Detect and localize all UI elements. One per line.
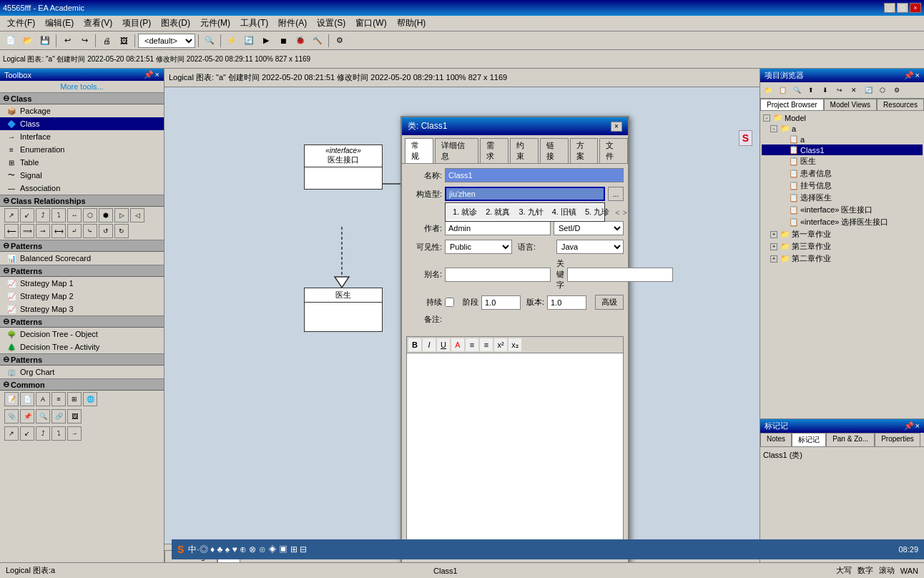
name-input[interactable] (445, 168, 624, 182)
dialog-tab-details[interactable]: 详细信息 (435, 138, 479, 163)
language-dropdown[interactable]: Java (556, 240, 624, 254)
construct-browse-button[interactable]: ... (608, 187, 624, 201)
construct-input[interactable] (445, 187, 605, 201)
common-tool-1[interactable]: 📝 (4, 392, 19, 406)
pb-btn-5[interactable]: ⬇ (819, 84, 832, 97)
autocomplete-item-3[interactable]: 3. 九针 (516, 206, 546, 218)
tool-arrow-17[interactable]: ↻ (114, 224, 129, 238)
menu-element[interactable]: 元件(M) (196, 16, 235, 31)
tool-arrow-9[interactable]: ◁ (130, 208, 144, 222)
diagram-dropdown[interactable]: <default> (138, 34, 195, 48)
toolbox-item-table[interactable]: ⊞ Table (0, 156, 164, 169)
alias-input[interactable] (445, 268, 551, 282)
rte-content-area[interactable] (407, 353, 623, 554)
tool-arrow-4[interactable]: ⤵ (51, 208, 66, 222)
toolbox-patterns2-header[interactable]: ⊖Patterns (0, 265, 164, 277)
pb-btn-4[interactable]: ⬆ (805, 84, 817, 97)
toolbox-item-interface[interactable]: → Interface (0, 130, 164, 143)
visibility-dropdown[interactable]: Public (445, 240, 512, 254)
menu-file[interactable]: 文件(F) (3, 16, 39, 31)
menu-diagram[interactable]: 图表(D) (157, 16, 195, 31)
dialog-close-button[interactable]: × (611, 122, 622, 132)
pb-btn-6[interactable]: ↪ (833, 84, 846, 97)
common-tool-14[interactable]: ⤴ (36, 426, 50, 441)
autocomplete-prev[interactable]: < (615, 208, 619, 217)
tree-select-doctor[interactable]: 📋 选择医生 (762, 192, 923, 204)
run-button[interactable]: ▶ (258, 33, 274, 49)
dialog-tab-requirements[interactable]: 需求 (480, 138, 508, 163)
rte-list2[interactable]: ≡ (480, 338, 493, 351)
toolbox-patterns1-header[interactable]: ⊖Patterns (0, 240, 164, 252)
redo-button[interactable]: ↪ (77, 33, 92, 49)
tool-arrow-11[interactable]: ⟹ (20, 224, 34, 238)
tool-arrow-7[interactable]: ⬢ (99, 208, 113, 222)
rte-bold[interactable]: B (408, 338, 421, 351)
tool-arrow-6[interactable]: ⬡ (83, 208, 97, 222)
toolbox-item-strategy3[interactable]: 📈 Strategy Map 3 (0, 303, 164, 315)
pb-btn-1[interactable]: 📁 (762, 84, 775, 97)
toolbox-patterns4-header[interactable]: ⊖Patterns (0, 353, 164, 366)
status-dropdown[interactable]: SetI/D (554, 221, 624, 235)
common-tool-13[interactable]: ↙ (20, 426, 34, 441)
version-input[interactable] (547, 295, 586, 310)
toolbox-section-relationships-header[interactable]: ⊖Class Relationships (0, 195, 164, 207)
sogou-icon[interactable]: S (739, 130, 752, 146)
toolbox-item-strategy1[interactable]: 📈 Strategy Map 1 (0, 277, 164, 290)
tree-interface-doctor[interactable]: 📋 «interface» 医生接口 (762, 204, 923, 216)
menu-window[interactable]: 窗口(W) (351, 16, 390, 31)
tree-expand-chapter1[interactable]: + (770, 231, 777, 238)
tool-arrow-3[interactable]: ⤴ (36, 208, 50, 222)
toolbox-item-decision-object[interactable]: 🌳 Decision Tree - Object (0, 328, 164, 341)
common-tool-12[interactable]: ↗ (4, 426, 19, 441)
close-button[interactable]: × (910, 3, 921, 13)
keywords-input[interactable] (567, 268, 673, 282)
tool-arrow-12[interactable]: ⊸ (36, 224, 50, 238)
author-input[interactable] (445, 221, 551, 235)
tree-interface-select[interactable]: 📋 «interface» 选择医生接口 (762, 216, 923, 228)
common-tool-2[interactable]: 📄 (20, 392, 34, 406)
menu-project[interactable]: 项目(P) (118, 16, 155, 31)
rte-underline[interactable]: U (437, 338, 450, 351)
maximize-button[interactable]: □ (897, 3, 908, 13)
connect-button[interactable]: ⚡ (224, 33, 240, 49)
tree-chapter1[interactable]: + 📁 第一章作业 (762, 228, 923, 240)
uml-doctor-element[interactable]: 医生 (304, 288, 383, 332)
tree-a-diagram[interactable]: 📋 a (762, 134, 923, 144)
rte-subscript[interactable]: x₂ (508, 338, 521, 351)
toolbox-section-class-header[interactable]: ⊖Class (0, 92, 164, 104)
pb-tab-model-views[interactable]: Model Views (824, 99, 878, 110)
menu-edit[interactable]: 编辑(E) (41, 16, 78, 31)
notes-tab-marks[interactable]: 标记记 (792, 433, 826, 446)
pb-btn-7[interactable]: ✕ (847, 84, 860, 97)
menu-addins[interactable]: 附件(A) (274, 16, 311, 31)
tree-a[interactable]: - 📁 a (762, 123, 923, 134)
toolbox-item-association[interactable]: — Association (0, 182, 164, 195)
tree-model[interactable]: - 📁 Model (762, 112, 923, 123)
debug-button[interactable]: 🐞 (293, 33, 308, 49)
common-tool-15[interactable]: ⤵ (51, 426, 66, 441)
common-tool-6[interactable]: 🌐 (83, 392, 97, 406)
autocomplete-item-1[interactable]: 1. 就诊 (450, 206, 480, 218)
toolbox-item-signal[interactable]: 〜 Signal (0, 169, 164, 182)
canvas-content[interactable]: «interface» 医生接口 医生 类: Class1 × 常规 (164, 87, 760, 544)
tool-arrow-10[interactable]: ⟵ (4, 224, 19, 238)
autocomplete-item-4[interactable]: 4. 旧镇 (549, 206, 579, 218)
toolbox-patterns3-header[interactable]: ⊖Patterns (0, 315, 164, 328)
tree-class1[interactable]: 📋 Class1 (762, 144, 923, 155)
toolbox-item-class[interactable]: 🔷 Class (0, 117, 164, 130)
pb-btn-9[interactable]: ⬡ (876, 84, 889, 97)
pb-close[interactable]: × (915, 71, 920, 80)
menu-tools[interactable]: 工具(T) (236, 16, 272, 31)
tool-arrow-5[interactable]: ↔ (67, 208, 82, 222)
common-tool-9[interactable]: 🔍 (36, 409, 50, 423)
tree-doctor[interactable]: 📋 医生 (762, 155, 923, 167)
toolbox-more-tools[interactable]: More tools... (0, 81, 164, 92)
autocomplete-next[interactable]: > (623, 208, 627, 217)
tool-arrow-2[interactable]: ↙ (20, 208, 34, 222)
tool-arrow-16[interactable]: ↺ (99, 224, 113, 238)
dialog-tab-constraints[interactable]: 约束 (510, 138, 539, 163)
search-button[interactable]: 🔍 (202, 33, 217, 49)
notes-close[interactable]: × (915, 421, 920, 431)
menu-help[interactable]: 帮助(H) (393, 16, 431, 31)
common-tool-11[interactable]: 🖼 (67, 409, 82, 423)
